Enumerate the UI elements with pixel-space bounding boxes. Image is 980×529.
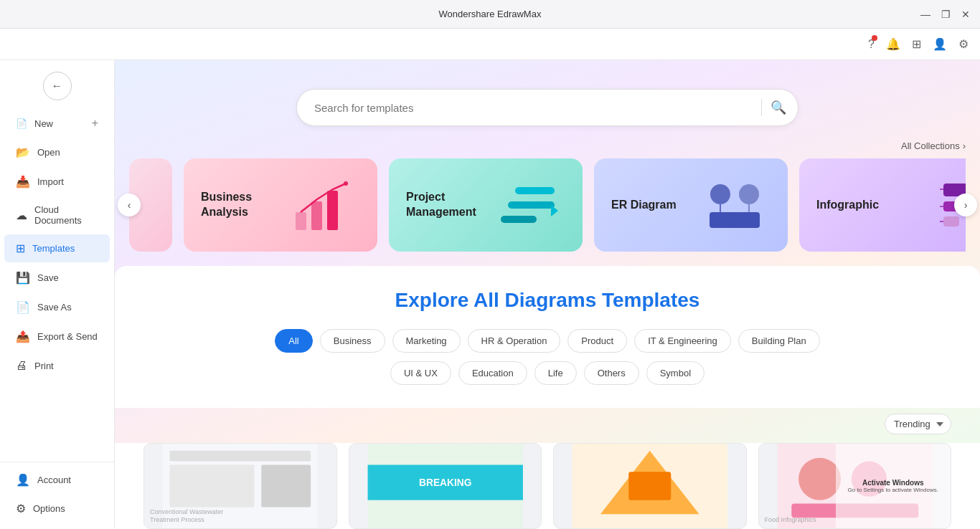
search-area: 🔍 [115, 60, 980, 140]
sidebar-item-import[interactable]: 📥 Import [4, 168, 110, 196]
filter-chip-life[interactable]: Life [534, 361, 577, 385]
carousel-card-pm-title: Project Management [406, 190, 478, 220]
sidebar-item-save[interactable]: 💾 Save [4, 264, 110, 292]
filter-chip-education[interactable]: Education [458, 361, 527, 385]
sidebar-item-cloud[interactable]: ☁ Cloud Documents [4, 197, 110, 233]
content-area: 🔍 All Collections › ‹ Business Analysis [115, 60, 980, 529]
new-icon: 📄 [16, 118, 27, 129]
toolbar: ? 🔔 ⊞ 👤 ⚙ [0, 29, 980, 60]
thumb-content-2: BREAKING [349, 444, 542, 528]
thumbnail-card-2[interactable]: BREAKING [349, 443, 542, 529]
minimize-button[interactable]: — [920, 9, 931, 20]
thumb-label-4: Food Infographics [765, 516, 816, 524]
filter-chip-symbol[interactable]: Symbol [646, 361, 705, 385]
sidebar-item-open-label: Open [37, 147, 60, 158]
business-analysis-graphic [288, 176, 360, 234]
svg-rect-10 [710, 212, 760, 228]
sidebar-item-new-label: New [34, 118, 53, 129]
titlebar: Wondershare EdrawMax — ❐ ✕ [0, 0, 980, 29]
save-icon: 💾 [16, 271, 30, 285]
filter-chip-business[interactable]: Business [320, 329, 385, 353]
sidebar-bottom: 👤 Account ⚙ Options [0, 462, 114, 523]
filter-chip-building[interactable]: Building Plan [738, 329, 820, 353]
svg-point-8 [710, 184, 730, 204]
carousel-card-infographic[interactable]: Infographic [799, 158, 966, 252]
sidebar-item-saveas[interactable]: 📄 Save As [4, 293, 110, 321]
svg-rect-5 [508, 201, 555, 209]
all-collections-link[interactable]: All Collections › [901, 140, 966, 151]
svg-rect-4 [515, 187, 555, 194]
sidebar-item-export[interactable]: 📤 Export & Send [4, 323, 110, 351]
account-icon: 👤 [16, 473, 30, 487]
sidebar-item-print[interactable]: 🖨 Print [4, 352, 110, 379]
thumbnails-row: Conventional WastewaterTreatment Process… [115, 443, 980, 529]
sidebar-item-open[interactable]: 📂 Open [4, 138, 110, 166]
carousel-card-business-analysis[interactable]: Business Analysis [184, 158, 377, 252]
carousel-card-er-title: ER Diagram [611, 198, 677, 213]
close-button[interactable]: ✕ [960, 9, 971, 20]
app-title: Wondershare EdrawMax [439, 9, 542, 19]
thumb-label-1: Conventional WastewaterTreatment Process [150, 508, 223, 524]
filter-chip-hr[interactable]: HR & Operation [468, 329, 561, 353]
sidebar-item-templates[interactable]: ⊞ Templates [4, 234, 110, 262]
svg-rect-0 [296, 212, 306, 230]
explore-section: Explore All Diagrams Templates All Busin… [115, 266, 980, 408]
svg-point-3 [344, 181, 348, 186]
filter-chip-others[interactable]: Others [584, 361, 639, 385]
sort-select[interactable]: Trending Newest Popular [885, 414, 951, 434]
thumb-content-1: Conventional WastewaterTreatment Process [144, 444, 336, 528]
thumb-content-3 [554, 444, 746, 528]
svg-rect-1 [311, 201, 322, 230]
activate-windows-overlay: Activate Windows Go to Settings to activ… [836, 444, 951, 528]
filter-row-1: All Business Marketing HR & Operation Pr… [143, 329, 951, 353]
new-plus-icon: + [92, 117, 98, 130]
import-icon: 📥 [16, 175, 30, 189]
svg-rect-22 [261, 465, 311, 507]
svg-point-30 [798, 458, 841, 500]
search-input[interactable] [314, 102, 753, 114]
sidebar-item-saveas-label: Save As [37, 302, 72, 313]
sidebar-item-account[interactable]: 👤 Account [4, 466, 110, 494]
filter-chip-all[interactable]: All [275, 329, 312, 353]
carousel-card-project-management[interactable]: Project Management [389, 158, 583, 252]
carousel-next-button[interactable]: › [954, 194, 977, 216]
help-icon[interactable]: ? [868, 38, 875, 51]
thumbnail-card-4[interactable]: Food Infographics Activate Windows Go to… [758, 443, 952, 529]
carousel-prev-button[interactable]: ‹ [118, 194, 141, 216]
svg-rect-15 [943, 216, 959, 227]
back-button[interactable]: ← [43, 72, 72, 100]
svg-point-9 [739, 184, 759, 204]
filter-row-2: UI & UX Education Life Others Symbol [143, 361, 951, 385]
filter-chip-it[interactable]: IT & Engineering [634, 329, 731, 353]
carousel-card-title: Business Analysis [201, 190, 273, 220]
filter-chip-marketing[interactable]: Marketing [392, 329, 461, 353]
svg-marker-7 [551, 205, 558, 216]
search-divider [761, 99, 762, 116]
sidebar-item-options[interactable]: ⚙ Options [4, 495, 110, 523]
er-diagram-graphic [699, 176, 771, 234]
sidebar-item-new[interactable]: 📄 New + [4, 110, 110, 137]
sidebar-item-export-label: Export & Send [37, 331, 98, 342]
carousel-card-er-diagram[interactable]: ER Diagram [594, 158, 788, 252]
options-icon: ⚙ [16, 502, 26, 515]
filter-chip-product[interactable]: Product [567, 329, 627, 353]
carousel-card-infographic-title: Infographic [816, 198, 879, 213]
carousel-wrapper: ‹ Business Analysis Project Management [115, 158, 980, 252]
svg-rect-2 [327, 191, 338, 230]
apps-icon[interactable]: ⊞ [912, 37, 921, 51]
search-button[interactable]: 🔍 [771, 100, 786, 115]
open-icon: 📂 [16, 146, 30, 159]
svg-rect-28 [628, 472, 671, 500]
filter-chip-uiux[interactable]: UI & UX [390, 361, 451, 385]
sidebar-item-templates-label: Templates [32, 243, 75, 254]
thumbnail-card-1[interactable]: Conventional WastewaterTreatment Process [143, 443, 337, 529]
sidebar-item-account-label: Account [37, 475, 71, 485]
settings-icon[interactable]: ⚙ [958, 37, 969, 51]
sidebar-item-options-label: Options [33, 503, 65, 514]
sidebar-item-print-label: Print [34, 361, 54, 371]
thumbnail-card-3[interactable] [553, 443, 747, 529]
notification-icon[interactable]: 🔔 [886, 37, 900, 51]
maximize-button[interactable]: ❐ [940, 9, 951, 20]
user-icon[interactable]: 👤 [933, 37, 947, 51]
sidebar-item-save-label: Save [37, 272, 59, 283]
